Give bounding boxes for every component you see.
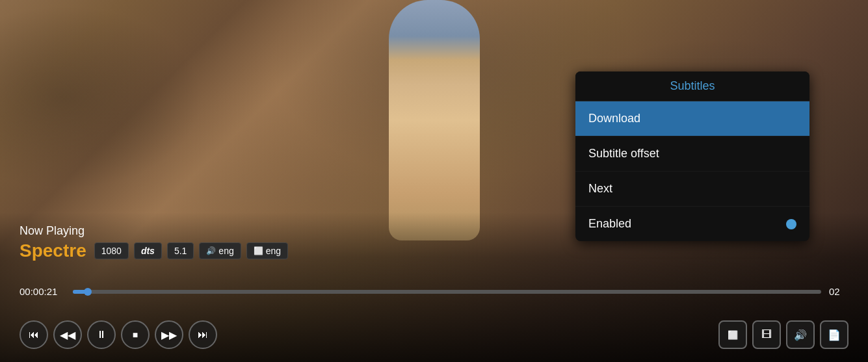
now-playing-section: Now Playing Spectre 1080 dts 5.1 🔊 eng ⬜… [20, 224, 288, 261]
sub-lang-badge: ⬜ eng [246, 242, 288, 259]
skip-forward-button[interactable]: ⏭ [189, 320, 217, 349]
progress-bar[interactable] [73, 290, 821, 294]
video-figure [343, 0, 525, 240]
menu-item-enabled[interactable]: Enabled [575, 207, 809, 241]
right-controls: ⬜ 🎞 🔊 📄 [718, 320, 848, 349]
now-playing-label: Now Playing [20, 224, 288, 238]
volume-icon: 🔊 [794, 329, 807, 341]
pause-icon: ⏸ [96, 329, 107, 341]
fast-forward-icon: ▶▶ [161, 329, 177, 341]
menu-item-enabled-label: Enabled [588, 217, 631, 231]
menu-item-download[interactable]: Download [575, 101, 809, 136]
skip-forward-icon: ⏭ [198, 329, 208, 341]
subtitle-control-icon: ⬜ [728, 330, 738, 340]
menu-item-next[interactable]: Next [575, 172, 809, 207]
reel-icon: 🎞 [761, 329, 772, 341]
skip-back-button[interactable]: ⏮ [20, 320, 48, 349]
resolution-badge: 1080 [94, 242, 129, 259]
progress-fill [73, 290, 88, 294]
progress-section: 00:00:21 02 [0, 286, 868, 297]
menu-item-subtitle-offset[interactable]: Subtitle offset [575, 136, 809, 172]
subtitles-menu-header: Subtitles [575, 71, 809, 101]
subtitles-menu: Subtitles Download Subtitle offset Next … [575, 71, 809, 241]
menu-item-next-label: Next [588, 182, 612, 196]
movie-title: Spectre [20, 240, 86, 261]
rewind-icon: ◀◀ [60, 329, 75, 341]
left-controls: ⏮ ◀◀ ⏸ ■ ▶▶ ⏭ [20, 320, 217, 349]
enabled-toggle-dot [786, 219, 796, 229]
menu-item-subtitle-offset-label: Subtitle offset [588, 147, 659, 161]
progress-knob [84, 288, 92, 296]
audio-icon: 🔊 [206, 246, 216, 255]
stop-button[interactable]: ■ [121, 320, 150, 349]
info-button[interactable]: 📄 [820, 320, 848, 349]
menu-item-download-label: Download [588, 112, 640, 125]
time-current: 00:00:21 [20, 286, 65, 297]
reel-button[interactable]: 🎞 [752, 320, 781, 349]
subtitle-lang-icon: ⬜ [254, 246, 263, 255]
pause-button[interactable]: ⏸ [87, 320, 116, 349]
time-total: 02 [829, 286, 848, 297]
controls-bar: ⏮ ◀◀ ⏸ ■ ▶▶ ⏭ ⬜ 🎞 🔊 📄 [0, 320, 868, 349]
channels-badge: 5.1 [167, 242, 194, 259]
volume-button[interactable]: 🔊 [786, 320, 815, 349]
fast-forward-button[interactable]: ▶▶ [155, 320, 183, 349]
audio-format-badge: dts [134, 242, 162, 259]
skip-back-icon: ⏮ [29, 329, 39, 341]
rewind-button[interactable]: ◀◀ [53, 320, 82, 349]
audio-lang-badge: 🔊 eng [199, 242, 241, 259]
media-info-row: Spectre 1080 dts 5.1 🔊 eng ⬜ eng [20, 240, 288, 261]
subtitle-menu-button[interactable]: ⬜ [718, 320, 747, 349]
info-icon: 📄 [828, 329, 841, 341]
stop-icon: ■ [133, 330, 138, 340]
